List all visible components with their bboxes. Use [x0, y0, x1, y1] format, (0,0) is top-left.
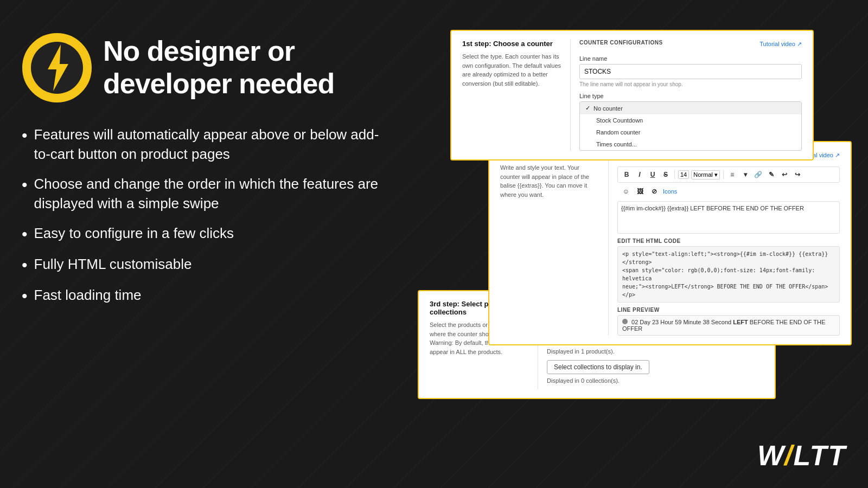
- toolbar-divider-1: [674, 170, 675, 179]
- dropdown-option-no-counter[interactable]: ✓ No counter: [580, 102, 801, 114]
- left-section: No designer or developer needed Features…: [22, 33, 391, 316]
- align-button[interactable]: ≡: [727, 169, 738, 180]
- card1-line-name-label: Line name: [579, 55, 802, 62]
- dropdown-option-times-countd[interactable]: Times countd...: [580, 138, 801, 150]
- preview-box: 02 Day 23 Hour 59 Minute 38 Second LEFT …: [617, 315, 840, 336]
- underline-button[interactable]: U: [647, 169, 658, 180]
- brand-logo: [22, 33, 92, 103]
- dropdown-option-stock-countdown[interactable]: Stock Countdown: [580, 114, 801, 126]
- select-collections-button[interactable]: Select collections to display in.: [547, 360, 649, 374]
- undo-button[interactable]: ↩: [779, 169, 790, 180]
- card2-left: 2nd step: Add your text Write and style …: [500, 151, 609, 336]
- bullet-item-2: Choose and change the order in which the…: [22, 174, 391, 214]
- card-step-2: 2nd step: Add your text Write and style …: [488, 141, 852, 345]
- card1-header: COUNTER CONFIGURATIONS Tutorial video ↗: [579, 40, 802, 49]
- dropdown-option-random-counter[interactable]: Random counter: [580, 126, 801, 138]
- block-button[interactable]: ⊘: [649, 186, 660, 197]
- card1-step-title: 1st step: Choose a counter: [462, 40, 561, 48]
- html-code-box[interactable]: <p style="text-align:left;"><strong>{{#i…: [617, 246, 840, 303]
- waltt-logo: W/LTT: [757, 439, 846, 472]
- image-button[interactable]: 🖼: [635, 186, 646, 197]
- strikethrough-button[interactable]: S: [660, 169, 671, 180]
- card1-step-desc: Select the type. Each counter has its ow…: [462, 52, 561, 88]
- card1-line-type-label: Line type: [579, 93, 802, 99]
- preview-clock-icon: [622, 319, 628, 324]
- preview-content: 02 Day 23 Hour 59 Minute 38 Second LEFT …: [622, 319, 825, 332]
- displayed-products-count: Displayed in 1 product(s).: [547, 348, 764, 355]
- preview-label: LINE PREVIEW: [617, 307, 840, 313]
- header-row: No designer or developer needed: [22, 33, 391, 103]
- card1-right: COUNTER CONFIGURATIONS Tutorial video ↗ …: [579, 40, 802, 151]
- font-style-select[interactable]: Normal ▾: [691, 170, 720, 179]
- card2-step-desc: Write and style your text. Your counter …: [500, 163, 599, 199]
- emoji-button[interactable]: ☺: [621, 186, 631, 197]
- align-dropdown[interactable]: ▾: [740, 169, 751, 180]
- icons-link[interactable]: Icons: [663, 188, 677, 195]
- card1-tutorial-link[interactable]: Tutorial video ↗: [760, 41, 802, 48]
- bullet-item-1: Features will automatically appear above…: [22, 125, 391, 164]
- card1-config-title: COUNTER CONFIGURATIONS: [579, 40, 663, 46]
- displayed-collections-count: Displayed in 0 collection(s).: [547, 377, 764, 384]
- font-size-select[interactable]: 14: [678, 170, 689, 179]
- feature-list: Features will automatically appear above…: [22, 125, 391, 306]
- text-toolbar: B I U S 14 Normal ▾ ≡ ▾ 🔗 ✎ ↩ ↪: [617, 166, 840, 183]
- bold-button[interactable]: B: [621, 169, 632, 180]
- redo-button[interactable]: ↪: [792, 169, 803, 180]
- bullet-item-3: Easy to configure in a few clicks: [22, 223, 391, 245]
- bullet-item-5: Fast loading time: [22, 285, 391, 306]
- toolbar-divider-2: [723, 170, 724, 179]
- edit-button[interactable]: ✎: [766, 169, 777, 180]
- card1-line-type-dropdown[interactable]: ✓ No counter Stock Countdown Random coun…: [579, 101, 802, 151]
- toolbar-row2: ☺ 🖼 ⊘ Icons: [617, 185, 840, 198]
- headline-text: No designer or developer needed: [103, 35, 334, 100]
- html-code-label: EDIT THE HTML CODE: [617, 238, 840, 244]
- editor-content[interactable]: {{#im im-clock#}} {{extra}} LEFT BEFORE …: [617, 201, 840, 234]
- italic-button[interactable]: I: [634, 169, 645, 180]
- card1-left: 1st step: Choose a counter Select the ty…: [462, 40, 571, 151]
- card1-line-name-input[interactable]: [579, 64, 802, 79]
- card1-line-name-hint: The line name will not appear in your sh…: [579, 81, 802, 87]
- bullet-item-4: Fully HTML customisable: [22, 254, 391, 275]
- link-button[interactable]: 🔗: [753, 169, 764, 180]
- waltt-brand-text: W/LTT: [757, 439, 846, 472]
- card2-right: TEXT LAYOUT Tutorial video ↗ B I U S 14 …: [617, 151, 840, 336]
- card-step-1: 1st step: Choose a counter Select the ty…: [450, 30, 814, 160]
